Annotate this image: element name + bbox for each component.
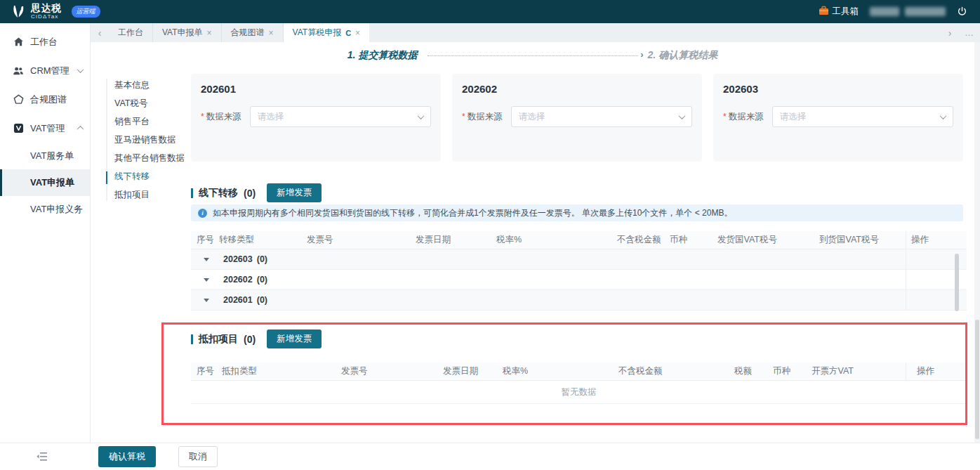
group-count: (0) [257,275,267,285]
column-header: 发票日期 [437,365,497,377]
table-scrollbar[interactable] [955,254,959,311]
caret-down-icon[interactable] [204,299,209,302]
cancel-button[interactable]: 取消 [178,446,218,467]
deduction-header: 抵扣项目 (0) 新增发票 [191,329,322,348]
tab-compliance-map[interactable]: 合规图谱 × [222,23,284,42]
tab-label: 工作台 [118,27,143,39]
tab-refresh-icon[interactable]: C [345,29,351,37]
add-invoice-button[interactable]: 新增发票 [267,183,322,202]
tabs-forward-icon[interactable]: › [941,23,959,42]
sidebar-item-vat-declaration-order[interactable]: VAT申报单 [0,169,90,196]
sidebar-item-label: VAT管理 [30,122,72,135]
tab-close-icon[interactable]: × [269,28,274,38]
user-name-redacted[interactable] [870,7,946,16]
sidebar-item-compliance-map[interactable]: 合规图谱 [0,85,90,114]
anchor-item-vat-number[interactable]: VAT税号 [106,94,190,112]
anchor-item-sales-platform[interactable]: 销售平台 [106,112,190,131]
sidebar-subitem-label: VAT申报单 [30,176,74,189]
tabs-back-icon[interactable]: ‹ [91,23,109,42]
sidebar: 工作台 CRM管理 合规图谱 VAT管理 VAT服务单 [0,23,91,443]
sidebar-collapse-icon[interactable] [37,452,48,464]
section-title-text: 线下转移 [199,187,238,200]
sidebar-item-label: 合规图谱 [30,93,83,106]
offline-transfer-table: 序号 转移类型 发票号 发票日期 税率% 不含税金额 币种 发货国VAT税号 到… [191,231,967,311]
group-row-202602[interactable]: 202602 (0) [191,270,967,290]
section-title-text: 抵扣项目 [199,333,238,346]
caret-down-icon[interactable] [204,258,209,261]
section-count: (0) [244,334,256,345]
tab-close-icon[interactable]: × [355,28,360,38]
anchor-label: VAT税号 [114,98,147,108]
footer-buttons: 确认算税 取消 [98,446,218,467]
footer-bar: 确认算税 取消 [0,443,980,470]
anchor-item-basic-info[interactable]: 基本信息 [106,76,190,94]
caret-down-icon[interactable] [204,278,209,282]
step-number: 1. [347,49,356,60]
tab-vat-tax-calc[interactable]: VAT算税申报 C × [284,23,370,42]
sidebar-item-crm[interactable]: CRM管理 [0,56,90,85]
column-header: 序号 [191,365,216,377]
page-scrollbar[interactable] [974,42,980,443]
tab-vat-declaration[interactable]: VAT申报单 × [153,23,222,42]
tab-bar: ‹ 工作台 VAT申报单 × 合规图谱 × VAT算税申报 C × › … [91,23,980,42]
column-header: 币种 [664,234,712,246]
step-label: 确认算税结果 [658,49,717,60]
group-label: 202601 [223,295,253,305]
section-title: 抵扣项目 (0) [191,333,256,346]
sidebar-item-workbench[interactable]: 工作台 [0,27,90,56]
anchor-item-amazon-sales-data[interactable]: 亚马逊销售数据 [106,131,190,149]
data-source-select[interactable]: 请选择 [772,106,953,127]
required-asterisk: * [723,112,727,122]
main-content: 1.提交算税数据 › 2.确认算税结果 基本信息 VAT税号 销售平台 亚马逊销… [91,42,974,443]
period-card-202603: 202603 * 数据来源 请选择 [713,74,963,162]
data-source-select[interactable]: 请选择 [250,106,431,127]
fixed-column-divider [906,231,906,311]
group-row-202603[interactable]: 202603 (0) [191,249,967,270]
data-source-label: 数据来源 [729,111,764,123]
period-cards: 202601 * 数据来源 请选择 202602 * 数据来源 请选择 [191,74,963,162]
section-title-bar [191,334,193,344]
anchor-item-deduction[interactable]: 抵扣项目 [106,185,190,204]
sidebar-item-vat-management[interactable]: VAT管理 [0,114,90,143]
top-navbar: 思达税 CiDΔTax 运营端 工具箱 [0,0,980,23]
brand-logo-icon [10,4,27,20]
users-icon [13,65,24,77]
column-header: 开票方VAT [806,365,911,377]
sidebar-item-vat-declaration-obligation[interactable]: VAT申报义务 [0,196,90,223]
confirm-tax-calc-button[interactable]: 确认算税 [98,446,156,467]
anchor-active-ink [106,171,107,184]
column-header: 不含税金额 [613,365,729,377]
tab-workbench[interactable]: 工作台 [109,23,153,42]
toolbox-label: 工具箱 [833,6,859,18]
brand[interactable]: 思达税 CiDΔTax 运营端 [10,4,100,20]
anchor-label: 基本信息 [114,80,150,90]
info-icon: i [198,209,207,218]
tabs-more-icon[interactable]: … [959,23,980,42]
page-scrollbar-thumb[interactable] [975,320,979,439]
anchor-label: 销售平台 [114,117,150,126]
section-title-bar [191,188,193,198]
anchor-item-offline-transfer[interactable]: 线下转移 [106,167,190,185]
toolbox-button[interactable]: 工具箱 [819,6,859,18]
data-source-label: 数据来源 [468,111,503,123]
column-header: 序号 [191,234,213,246]
notice-banner: i 如本申报周期内有多个相同发货国和到货国的线下转移，可简化合并成1个发票附件及… [191,204,963,221]
period-title: 202603 [723,83,953,95]
data-source-select[interactable]: 请选择 [511,106,692,127]
notice-text: 如本申报周期内有多个相同发货国和到货国的线下转移，可简化合并成1个发票附件及任一… [213,207,732,219]
sidebar-item-vat-service-order[interactable]: VAT服务单 [0,143,90,169]
required-asterisk: * [201,112,204,122]
tab-close-icon[interactable]: × [207,28,212,38]
brand-text: 思达税 CiDΔTax [31,4,62,20]
chevron-down-icon [940,112,947,119]
add-invoice-button[interactable]: 新增发票 [267,329,322,348]
table-header: 序号 抵扣类型 发票号 发票日期 税率% 不含税金额 税额 币种 开票方VAT … [191,363,967,381]
home-icon [13,37,24,48]
anchor-item-other-platform-sales-data[interactable]: 其他平台销售数据 [106,149,190,167]
column-header: 转移类型 [213,234,301,246]
logout-power-icon[interactable] [957,6,967,17]
section-title: 线下转移 (0) [191,187,256,200]
step-label: 提交算税数据 [359,49,418,60]
group-row-202601[interactable]: 202601 (0) [191,290,967,311]
column-header: 税率% [491,234,611,246]
